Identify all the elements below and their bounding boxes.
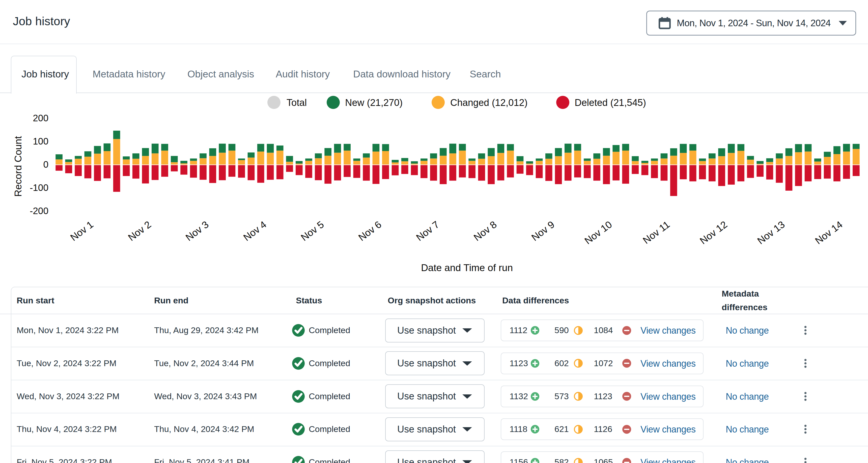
svg-text:-100: -100 xyxy=(30,183,49,193)
svg-text:100: 100 xyxy=(33,136,49,147)
svg-text:Nov 7: Nov 7 xyxy=(414,219,441,243)
svg-text:Deleted (21,545): Deleted (21,545) xyxy=(575,97,646,108)
svg-text:Changed (12,012): Changed (12,012) xyxy=(450,97,527,108)
svg-text:200: 200 xyxy=(33,113,49,123)
svg-text:New (21,270): New (21,270) xyxy=(345,97,403,108)
svg-text:Nov 14: Nov 14 xyxy=(813,219,844,246)
svg-text:Nov 4: Nov 4 xyxy=(241,219,269,243)
svg-text:Nov 10: Nov 10 xyxy=(583,219,614,246)
svg-text:-200: -200 xyxy=(30,206,49,216)
svg-text:Nov 1: Nov 1 xyxy=(68,219,95,243)
svg-text:Date and Time of run: Date and Time of run xyxy=(421,262,513,273)
svg-text:Nov 9: Nov 9 xyxy=(529,219,556,243)
svg-text:Nov 2: Nov 2 xyxy=(126,219,153,243)
svg-text:Nov 5: Nov 5 xyxy=(299,219,326,243)
svg-text:0: 0 xyxy=(43,159,49,170)
svg-text:Nov 12: Nov 12 xyxy=(698,219,729,246)
svg-text:Nov 11: Nov 11 xyxy=(641,219,672,246)
svg-text:Nov 3: Nov 3 xyxy=(184,219,211,243)
svg-text:Record Count: Record Count xyxy=(12,136,24,197)
svg-text:Nov 13: Nov 13 xyxy=(755,219,787,246)
svg-text:Total: Total xyxy=(286,97,307,108)
svg-text:Nov 6: Nov 6 xyxy=(356,219,383,243)
svg-text:Nov 8: Nov 8 xyxy=(472,219,499,243)
